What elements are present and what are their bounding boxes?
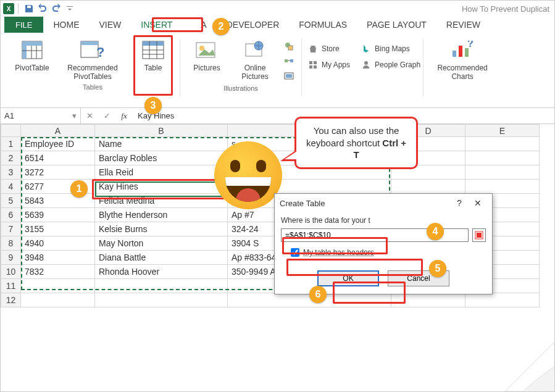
people-graph-button[interactable]: People Graph <box>359 59 423 71</box>
qat-customize-button[interactable] <box>63 2 77 15</box>
charts-icon: ? <box>450 41 475 59</box>
name-box[interactable]: A1 ▾ <box>1 108 81 123</box>
insert-function-button[interactable]: fx <box>115 111 133 121</box>
dialog-help-button[interactable]: ? <box>450 198 469 208</box>
select-all-corner[interactable] <box>1 125 21 137</box>
store-label: Store <box>322 44 340 53</box>
qat-save-button[interactable] <box>22 2 36 15</box>
pictures-button[interactable]: Pictures <box>185 36 228 72</box>
cell[interactable]: 5639 <box>21 208 95 222</box>
row-header[interactable]: 5 <box>1 194 21 208</box>
ribbon: PivotTable ? Recommended PivotTables Tab… <box>1 33 554 108</box>
svg-rect-20 <box>288 46 293 50</box>
row-header[interactable]: 9 <box>1 251 21 265</box>
col-header-e[interactable]: E <box>465 125 540 137</box>
svg-rect-1 <box>22 41 42 46</box>
row-header[interactable]: 3 <box>1 165 21 180</box>
svg-rect-24 <box>286 74 292 78</box>
cell[interactable] <box>391 180 465 194</box>
pivottable-button[interactable]: PivotTable <box>10 36 54 72</box>
cell[interactable] <box>465 165 540 180</box>
cell[interactable]: Name <box>95 137 228 151</box>
cell[interactable]: Ella Reid <box>95 165 228 180</box>
svg-rect-2 <box>22 46 27 59</box>
shapes-button[interactable] <box>282 40 296 52</box>
cell[interactable] <box>95 293 228 307</box>
formula-bar: A1 ▾ ✕ ✓ fx Kay Hines <box>1 108 554 124</box>
recommended-pivot-label: Recommended PivotTables <box>59 64 127 81</box>
cell[interactable]: Employee ID <box>21 137 95 151</box>
dialog-close-button[interactable]: ✕ <box>469 198 487 208</box>
tab-review[interactable]: REVIEW <box>436 17 490 33</box>
store-button[interactable]: Store <box>306 43 353 55</box>
pivottable-label: PivotTable <box>15 64 49 72</box>
row-header[interactable]: 11 <box>1 279 21 293</box>
recommended-charts-button[interactable]: ? Recommended Charts <box>428 36 496 81</box>
formula-cancel-button[interactable]: ✕ <box>81 111 98 120</box>
callout-badge-4: 4 <box>427 223 444 240</box>
row-header[interactable]: 12 <box>1 293 21 307</box>
qat-redo-button[interactable] <box>49 2 63 15</box>
cell[interactable]: 7832 <box>21 265 95 279</box>
tab-page-layout[interactable]: PAGE LAYOUT <box>357 17 436 33</box>
cell[interactable]: 6514 <box>21 151 95 165</box>
row-header[interactable]: 10 <box>1 265 21 279</box>
svg-rect-28 <box>314 65 317 69</box>
row-header[interactable]: 7 <box>1 222 21 236</box>
cell[interactable]: 3948 <box>21 251 95 265</box>
cell[interactable] <box>465 180 540 194</box>
tab-view[interactable]: VIEW <box>89 17 131 33</box>
svg-rect-31 <box>459 46 462 57</box>
cell[interactable]: 3272 <box>21 165 95 180</box>
svg-rect-22 <box>290 59 293 62</box>
recommended-pivottables-button[interactable]: ? Recommended PivotTables <box>59 36 127 81</box>
row-header[interactable]: 8 <box>1 236 21 251</box>
cell[interactable] <box>465 137 540 151</box>
bing-maps-button[interactable]: Bing Maps <box>359 43 423 55</box>
cell[interactable]: Blythe Henderson <box>95 208 228 222</box>
cell[interactable] <box>465 151 540 165</box>
cell[interactable] <box>21 293 95 307</box>
people-icon <box>361 60 371 70</box>
screenshot-button[interactable] <box>282 70 296 82</box>
cell[interactable] <box>21 279 95 293</box>
cell[interactable]: 3155 <box>21 222 95 236</box>
formula-accept-button[interactable]: ✓ <box>98 111 115 120</box>
cell[interactable] <box>95 279 228 293</box>
online-pictures-button[interactable]: Online Pictures <box>233 36 277 81</box>
my-apps-button[interactable]: My Apps <box>306 59 353 71</box>
callout-badge-2: 2 <box>212 18 230 35</box>
cell[interactable]: May Norton <box>95 236 228 251</box>
row-header[interactable]: 2 <box>1 151 21 165</box>
dialog-prompt: Where is the data for your t <box>281 216 486 225</box>
cell[interactable]: Kelsie Burns <box>95 222 228 236</box>
cell[interactable]: Barclay Robles <box>95 151 228 165</box>
row-header[interactable]: 1 <box>1 137 21 151</box>
smartart-icon <box>284 56 294 66</box>
col-header-b[interactable]: B <box>95 125 228 137</box>
callout-box-headers <box>286 259 423 276</box>
callout-box-ok <box>333 281 406 304</box>
cell[interactable]: Rhonda Hoover <box>95 265 228 279</box>
document-title: How To Prevent Duplicat <box>77 4 552 14</box>
callout-box-insert-tab <box>152 17 203 32</box>
row-header[interactable]: 4 <box>1 180 21 194</box>
cell[interactable]: Diana Battle <box>95 251 228 265</box>
bing-icon <box>361 44 371 54</box>
store-icon <box>308 44 318 54</box>
tab-formulas[interactable]: FORMULAS <box>289 17 357 33</box>
cell[interactable]: 4940 <box>21 236 95 251</box>
row-header[interactable]: 6 <box>1 208 21 222</box>
pictures-icon <box>196 41 218 59</box>
dialog-title: Create Table <box>280 199 325 208</box>
range-picker-button[interactable] <box>472 228 486 242</box>
svg-rect-35 <box>477 233 482 238</box>
qat-undo-button[interactable] <box>36 2 49 15</box>
tab-file[interactable]: FILE <box>4 17 43 33</box>
tab-home[interactable]: HOME <box>43 17 89 33</box>
smartart-button[interactable] <box>282 55 296 67</box>
name-box-dropdown-icon[interactable]: ▾ <box>72 111 77 120</box>
cell[interactable] <box>465 293 540 307</box>
col-header-a[interactable]: A <box>21 125 95 137</box>
callout-badge-5: 5 <box>429 260 446 277</box>
